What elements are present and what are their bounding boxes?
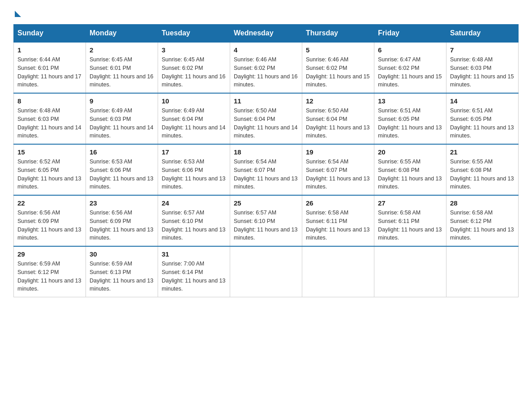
calendar-cell [302, 246, 374, 297]
calendar-cell: 6Sunrise: 6:47 AMSunset: 6:02 PMDaylight… [374, 42, 446, 93]
calendar-week-2: 8Sunrise: 6:48 AMSunset: 6:03 PMDaylight… [14, 93, 519, 144]
day-number: 18 [234, 148, 298, 156]
weekday-header-friday: Friday [374, 25, 446, 43]
day-number: 1 [17, 46, 82, 54]
day-info: Sunrise: 6:47 AMSunset: 6:02 PMDaylight:… [378, 56, 442, 88]
day-info: Sunrise: 6:58 AMSunset: 6:12 PMDaylight:… [450, 210, 514, 241]
calendar-cell: 16Sunrise: 6:53 AMSunset: 6:06 PMDayligh… [86, 144, 158, 195]
calendar-cell: 5Sunrise: 6:46 AMSunset: 6:02 PMDaylight… [302, 42, 374, 93]
weekday-header-sunday: Sunday [14, 25, 86, 43]
day-number: 10 [162, 97, 226, 105]
day-number: 27 [378, 199, 442, 207]
day-info: Sunrise: 6:59 AMSunset: 6:12 PMDaylight:… [17, 261, 81, 292]
day-number: 11 [234, 97, 298, 105]
day-info: Sunrise: 6:48 AMSunset: 6:03 PMDaylight:… [17, 107, 81, 139]
day-info: Sunrise: 6:46 AMSunset: 6:02 PMDaylight:… [234, 56, 297, 88]
logo-arrow-icon [15, 11, 21, 17]
day-number: 12 [306, 97, 370, 105]
day-number: 30 [90, 250, 154, 258]
calendar-week-5: 29Sunrise: 6:59 AMSunset: 6:12 PMDayligh… [14, 246, 519, 297]
page-header [13, 9, 519, 15]
calendar-cell: 4Sunrise: 6:46 AMSunset: 6:02 PMDaylight… [230, 42, 302, 93]
day-info: Sunrise: 6:45 AMSunset: 6:02 PMDaylight:… [162, 56, 225, 88]
calendar-cell: 23Sunrise: 6:56 AMSunset: 6:09 PMDayligh… [86, 195, 158, 246]
calendar-cell [374, 246, 446, 297]
day-number: 4 [234, 46, 298, 54]
day-info: Sunrise: 6:58 AMSunset: 6:11 PMDaylight:… [378, 210, 442, 241]
calendar-cell: 2Sunrise: 6:45 AMSunset: 6:01 PMDaylight… [86, 42, 158, 93]
logo [13, 9, 21, 15]
day-info: Sunrise: 6:51 AMSunset: 6:05 PMDaylight:… [378, 107, 442, 139]
calendar-table: SundayMondayTuesdayWednesdayThursdayFrid… [13, 24, 519, 297]
day-number: 13 [378, 97, 442, 105]
day-number: 7 [450, 46, 515, 54]
calendar-cell: 7Sunrise: 6:48 AMSunset: 6:03 PMDaylight… [446, 42, 519, 93]
day-number: 31 [162, 250, 226, 258]
calendar-cell: 20Sunrise: 6:55 AMSunset: 6:08 PMDayligh… [374, 144, 446, 195]
day-number: 21 [450, 148, 515, 156]
day-info: Sunrise: 6:55 AMSunset: 6:08 PMDaylight:… [450, 158, 514, 190]
calendar-cell: 31Sunrise: 7:00 AMSunset: 6:14 PMDayligh… [158, 246, 230, 297]
day-info: Sunrise: 6:50 AMSunset: 6:04 PMDaylight:… [306, 107, 369, 139]
day-number: 26 [306, 199, 370, 207]
calendar-cell: 11Sunrise: 6:50 AMSunset: 6:04 PMDayligh… [230, 93, 302, 144]
calendar-cell: 28Sunrise: 6:58 AMSunset: 6:12 PMDayligh… [446, 195, 519, 246]
calendar-cell: 18Sunrise: 6:54 AMSunset: 6:07 PMDayligh… [230, 144, 302, 195]
weekday-header-monday: Monday [86, 25, 158, 43]
day-number: 20 [378, 148, 442, 156]
day-info: Sunrise: 6:54 AMSunset: 6:07 PMDaylight:… [234, 158, 297, 190]
calendar-week-1: 1Sunrise: 6:44 AMSunset: 6:01 PMDaylight… [14, 42, 519, 93]
calendar-cell: 29Sunrise: 6:59 AMSunset: 6:12 PMDayligh… [14, 246, 86, 297]
weekday-header-wednesday: Wednesday [230, 25, 302, 43]
day-number: 14 [450, 97, 515, 105]
day-info: Sunrise: 6:57 AMSunset: 6:10 PMDaylight:… [234, 210, 297, 241]
day-info: Sunrise: 6:59 AMSunset: 6:13 PMDaylight:… [90, 261, 153, 292]
calendar-cell: 26Sunrise: 6:58 AMSunset: 6:11 PMDayligh… [302, 195, 374, 246]
calendar-cell: 1Sunrise: 6:44 AMSunset: 6:01 PMDaylight… [14, 42, 86, 93]
day-info: Sunrise: 6:52 AMSunset: 6:05 PMDaylight:… [17, 158, 81, 190]
day-number: 3 [162, 46, 226, 54]
day-info: Sunrise: 6:58 AMSunset: 6:11 PMDaylight:… [306, 210, 369, 241]
calendar-cell: 8Sunrise: 6:48 AMSunset: 6:03 PMDaylight… [14, 93, 86, 144]
day-info: Sunrise: 6:45 AMSunset: 6:01 PMDaylight:… [90, 56, 153, 88]
weekday-header-saturday: Saturday [446, 25, 519, 43]
calendar-cell: 24Sunrise: 6:57 AMSunset: 6:10 PMDayligh… [158, 195, 230, 246]
calendar-cell: 19Sunrise: 6:54 AMSunset: 6:07 PMDayligh… [302, 144, 374, 195]
day-number: 9 [90, 97, 154, 105]
calendar-cell: 9Sunrise: 6:49 AMSunset: 6:03 PMDaylight… [86, 93, 158, 144]
day-info: Sunrise: 6:51 AMSunset: 6:05 PMDaylight:… [450, 107, 514, 139]
calendar-cell: 10Sunrise: 6:49 AMSunset: 6:04 PMDayligh… [158, 93, 230, 144]
day-info: Sunrise: 6:55 AMSunset: 6:08 PMDaylight:… [378, 158, 442, 190]
day-info: Sunrise: 6:53 AMSunset: 6:06 PMDaylight:… [162, 158, 225, 190]
day-number: 29 [17, 250, 82, 258]
day-info: Sunrise: 6:57 AMSunset: 6:10 PMDaylight:… [162, 210, 225, 241]
weekday-header-tuesday: Tuesday [158, 25, 230, 43]
weekday-header-thursday: Thursday [302, 25, 374, 43]
calendar-week-3: 15Sunrise: 6:52 AMSunset: 6:05 PMDayligh… [14, 144, 519, 195]
calendar-cell: 30Sunrise: 6:59 AMSunset: 6:13 PMDayligh… [86, 246, 158, 297]
day-number: 17 [162, 148, 226, 156]
day-info: Sunrise: 6:50 AMSunset: 6:04 PMDaylight:… [234, 107, 297, 139]
weekday-header-row: SundayMondayTuesdayWednesdayThursdayFrid… [14, 25, 519, 43]
day-info: Sunrise: 6:49 AMSunset: 6:03 PMDaylight:… [90, 107, 153, 139]
calendar-cell: 14Sunrise: 6:51 AMSunset: 6:05 PMDayligh… [446, 93, 519, 144]
day-info: Sunrise: 6:56 AMSunset: 6:09 PMDaylight:… [90, 210, 153, 241]
day-number: 5 [306, 46, 370, 54]
day-info: Sunrise: 6:54 AMSunset: 6:07 PMDaylight:… [306, 158, 369, 190]
day-info: Sunrise: 6:48 AMSunset: 6:03 PMDaylight:… [450, 56, 514, 88]
calendar-cell [446, 246, 519, 297]
calendar-cell: 17Sunrise: 6:53 AMSunset: 6:06 PMDayligh… [158, 144, 230, 195]
day-info: Sunrise: 6:46 AMSunset: 6:02 PMDaylight:… [306, 56, 369, 88]
day-number: 25 [234, 199, 298, 207]
day-info: Sunrise: 6:49 AMSunset: 6:04 PMDaylight:… [162, 107, 225, 139]
day-info: Sunrise: 6:44 AMSunset: 6:01 PMDaylight:… [17, 56, 81, 88]
day-number: 6 [378, 46, 442, 54]
day-number: 16 [90, 148, 154, 156]
day-number: 8 [17, 97, 82, 105]
day-number: 2 [90, 46, 154, 54]
day-number: 24 [162, 199, 226, 207]
day-info: Sunrise: 7:00 AMSunset: 6:14 PMDaylight:… [162, 261, 225, 292]
calendar-cell: 27Sunrise: 6:58 AMSunset: 6:11 PMDayligh… [374, 195, 446, 246]
day-number: 23 [90, 199, 154, 207]
calendar-cell: 13Sunrise: 6:51 AMSunset: 6:05 PMDayligh… [374, 93, 446, 144]
